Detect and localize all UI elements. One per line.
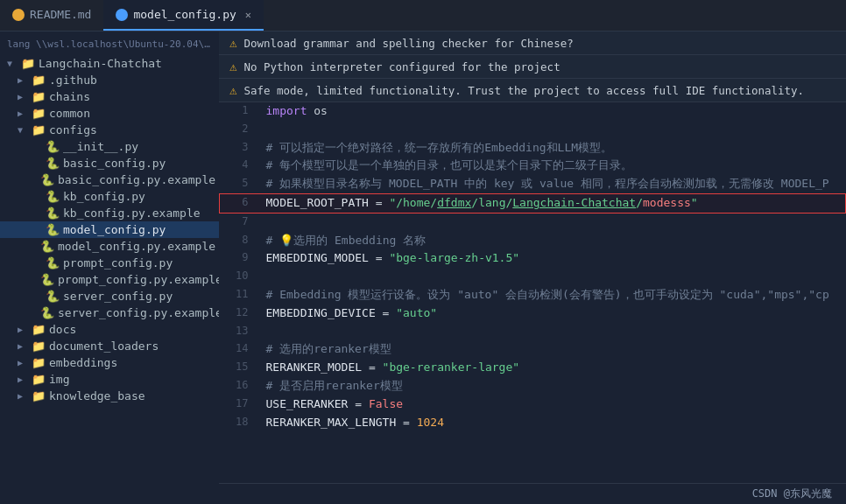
tree-configs[interactable]: ▼ 📁 configs [0,122,219,138]
tree-root[interactable]: ▼ 📁 Langchain-Chatchat [0,55,219,72]
tree-chains-label: chains [49,90,90,103]
code-line-6: 6 MODEL_ROOT_PATH = "/home/dfdmx/lang/La… [220,193,846,213]
tree-github-label: .github [49,74,97,87]
tree-chains[interactable]: ▶ 📁 chains [0,88,219,105]
file-icon: 🐍 [40,273,54,286]
line-code-15: RERANKER_MODEL = "bge-reranker-large" [259,359,846,377]
line-code-14: # 选用的reranker模型 [259,340,846,359]
line-code-8: # 💡选用的 Embedding 名称 [259,232,846,250]
line-num-1: 1 [220,102,259,121]
line-code-16: # 是否启用reranker模型 [259,377,846,396]
line-num-5: 5 [220,175,259,193]
line-num-6: 6 [220,193,259,213]
status-bar: CSDN @东风光魔 [219,483,846,504]
notification-1: ⚠ Download grammar and spelling checker … [219,32,846,55]
code-line-2: 2 [220,121,846,139]
code-editor[interactable]: 1 import os 2 3 # 可以指定一个绝对路径，统一存放所有的Embe… [219,102,846,483]
line-num-13: 13 [220,323,259,341]
tree-kb-config-example-label: kb_config.py.example [63,206,201,220]
tree-configs-label: configs [49,123,97,136]
tree-kb-config-example[interactable]: ▶ 🐍 kb_config.py.example [0,205,219,221]
tree-model-config-label: model_config.py [63,223,166,236]
code-line-14: 14 # 选用的reranker模型 [220,340,846,359]
tree-embeddings-label: embeddings [49,356,117,369]
code-line-17: 17 USE_RERANKER = False [220,396,846,414]
chevron-right-icon: ▶ [18,75,28,85]
code-line-1: 1 import os [220,102,846,121]
line-num-15: 15 [220,359,259,377]
chevron-down-icon: ▼ [18,125,28,135]
line-num-9: 9 [220,249,259,268]
notification-2-text: No Python interpreter configured for the… [243,60,560,74]
tree-basic-config[interactable]: ▶ 🐍 basic_config.py [0,155,219,172]
tree-kb-config[interactable]: ▶ 🐍 kb_config.py [0,188,219,205]
tree-init-py[interactable]: ▶ 🐍 __init__.py [0,138,219,155]
line-code-9: EMBEDDING_MODEL = "bge-large-zh-v1.5" [259,249,846,268]
line-num-4: 4 [220,157,259,175]
file-icon: 🐍 [40,306,54,319]
line-code-7 [259,213,846,231]
tree-github[interactable]: ▶ 📁 .github [0,72,219,88]
tree-server-config-example[interactable]: ▶ 🐍 server_config.py.example [0,304,219,321]
line-num-10: 10 [220,268,259,286]
folder-icon: 📁 [32,107,46,120]
tree-prompt-config-example[interactable]: ▶ 🐍 prompt_config.py.example [0,271,219,288]
file-icon: 🐍 [40,240,54,253]
tree-document-loaders-label: document_loaders [49,340,159,353]
tab-readme[interactable]: README.md [0,0,103,31]
line-num-7: 7 [220,213,259,231]
tree-knowledge-base[interactable]: ▶ 📁 knowledge_base [0,388,219,404]
line-num-2: 2 [220,121,259,139]
line-code-3: # 可以指定一个绝对路径，统一存放所有的Embedding和LLM模型。 [259,139,846,158]
tree-prompt-config-label: prompt_config.py [63,256,173,270]
code-table: 1 import os 2 3 # 可以指定一个绝对路径，统一存放所有的Embe… [219,102,846,431]
tree-server-config-example-label: server_config.py.example [58,306,219,319]
line-code-1: import os [259,102,846,121]
code-line-13: 13 [220,323,846,341]
notification-3-text: Safe mode, limited functionality. Trust … [243,84,804,97]
file-icon: 🐍 [40,173,54,186]
tree-basic-config-label: basic_config.py [63,157,166,170]
tree-embeddings[interactable]: ▶ 📁 embeddings [0,354,219,371]
file-icon: 🐍 [46,206,60,220]
content-area: ⚠ Download grammar and spelling checker … [219,32,846,504]
chevron-right-icon: ▶ [18,108,28,118]
line-num-11: 11 [220,286,259,304]
main-layout: lang \\wsl.localhost\Ubuntu-20.04\ho ▼ 📁… [0,32,846,504]
code-line-7: 7 [220,213,846,231]
chevron-right-icon: ▶ [18,92,28,102]
file-icon: 🐍 [46,256,60,270]
line-num-16: 16 [220,377,259,396]
warning-icon: ⚠ [229,36,236,50]
tree-model-config[interactable]: ▶ 🐍 model_config.py [0,221,219,238]
folder-icon: 📁 [32,340,46,353]
code-line-12: 12 EMBEDDING_DEVICE = "auto" [220,304,846,323]
tree-document-loaders[interactable]: ▶ 📁 document_loaders [0,338,219,354]
line-code-13 [259,323,846,341]
tree-common[interactable]: ▶ 📁 common [0,105,219,122]
tree-kb-config-label: kb_config.py [63,190,145,203]
tree-docs-label: docs [49,323,76,336]
line-code-12: EMBEDDING_DEVICE = "auto" [259,304,846,323]
file-icon: 🐍 [46,140,60,153]
line-num-18: 18 [220,414,259,432]
file-icon: 🐍 [46,157,60,170]
tree-server-config-label: server_config.py [63,290,173,303]
tab-close-icon[interactable]: ✕ [245,9,251,21]
tree-img[interactable]: ▶ 📁 img [0,371,219,388]
folder-icon: 📁 [32,123,46,136]
line-num-8: 8 [220,232,259,250]
line-num-17: 17 [220,396,259,414]
tree-model-config-example[interactable]: ▶ 🐍 model_config.py.example [0,238,219,255]
line-code-18: RERANKER_MAX_LENGTH = 1024 [259,414,846,432]
tree-knowledge-base-label: knowledge_base [49,389,145,402]
line-num-3: 3 [220,139,259,158]
tree-docs[interactable]: ▶ 📁 docs [0,321,219,338]
tab-model-config[interactable]: model_config.py ✕ [103,0,264,31]
tree-prompt-config[interactable]: ▶ 🐍 prompt_config.py [0,255,219,271]
chevron-right-icon: ▶ [18,325,28,334]
chevron-right-icon: ▶ [18,341,28,351]
tree-basic-config-example[interactable]: ▶ 🐍 basic_config.py.example [0,172,219,188]
file-icon: 🐍 [46,290,60,303]
tree-server-config[interactable]: ▶ 🐍 server_config.py [0,288,219,304]
